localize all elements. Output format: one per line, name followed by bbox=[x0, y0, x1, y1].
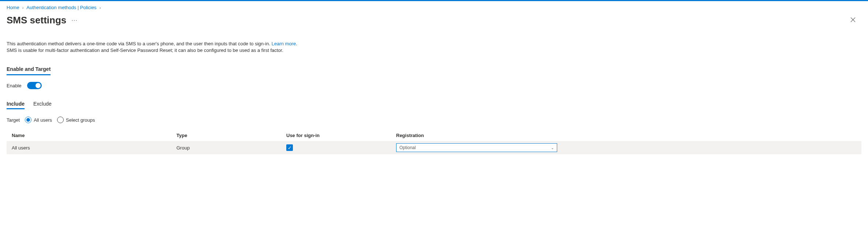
page-title: SMS settings bbox=[7, 15, 66, 26]
radio-select-groups[interactable]: Select groups bbox=[57, 117, 95, 123]
tab-include[interactable]: Include bbox=[7, 99, 25, 109]
check-icon: ✓ bbox=[288, 145, 292, 150]
learn-more-link[interactable]: Learn more bbox=[272, 41, 296, 46]
close-button[interactable] bbox=[848, 15, 858, 26]
dropdown-value: Optional bbox=[399, 145, 416, 150]
signin-checkbox[interactable]: ✓ bbox=[286, 144, 293, 151]
primary-tabs: Enable and Target bbox=[7, 64, 861, 75]
close-icon bbox=[850, 17, 856, 22]
cell-signin: ✓ bbox=[286, 144, 396, 151]
breadcrumb-policies[interactable]: Authentication methods | Policies bbox=[26, 5, 96, 10]
cell-name: All users bbox=[12, 145, 176, 151]
radio-select-groups-label: Select groups bbox=[66, 117, 95, 123]
target-label: Target bbox=[7, 117, 20, 123]
cell-registration: Optional ⌄ bbox=[396, 143, 856, 152]
breadcrumb-home[interactable]: Home bbox=[7, 5, 19, 10]
cell-type: Group bbox=[176, 145, 286, 151]
breadcrumb: Home › Authentication methods | Policies… bbox=[7, 5, 861, 10]
description-text: This authentication method delivers a on… bbox=[7, 41, 861, 54]
radio-all-users[interactable]: All users bbox=[25, 117, 52, 123]
table-row: All users Group ✓ Optional ⌄ bbox=[7, 141, 861, 154]
grid-header-row: Name Type Use for sign-in Registration bbox=[7, 130, 861, 141]
more-actions-button[interactable]: ··· bbox=[71, 17, 77, 24]
description-line1b: . bbox=[296, 41, 297, 46]
enable-row: Enable bbox=[7, 82, 861, 89]
radio-icon bbox=[25, 117, 31, 123]
enable-label: Enable bbox=[7, 83, 21, 88]
col-header-type[interactable]: Type bbox=[176, 133, 286, 138]
description-line1a: This authentication method delivers a on… bbox=[7, 41, 272, 46]
radio-icon bbox=[57, 117, 64, 123]
col-header-signin[interactable]: Use for sign-in bbox=[286, 133, 396, 138]
description-line2: SMS is usable for multi-factor authentic… bbox=[7, 47, 861, 54]
include-exclude-tabs: Include Exclude bbox=[7, 99, 861, 109]
chevron-down-icon: ⌄ bbox=[551, 146, 554, 150]
chevron-right-icon: › bbox=[100, 5, 101, 10]
radio-all-users-label: All users bbox=[34, 117, 52, 123]
col-header-name[interactable]: Name bbox=[12, 133, 176, 138]
chevron-right-icon: › bbox=[22, 5, 24, 10]
enable-toggle[interactable] bbox=[27, 82, 42, 89]
col-header-registration[interactable]: Registration bbox=[396, 133, 856, 138]
target-grid: Name Type Use for sign-in Registration A… bbox=[7, 130, 861, 154]
registration-dropdown[interactable]: Optional ⌄ bbox=[396, 143, 557, 152]
tab-exclude[interactable]: Exclude bbox=[33, 99, 52, 109]
tab-enable-and-target[interactable]: Enable and Target bbox=[7, 64, 51, 75]
page-header: SMS settings ··· bbox=[7, 15, 861, 26]
target-row: Target All users Select groups bbox=[7, 117, 861, 123]
toggle-knob bbox=[36, 83, 41, 88]
